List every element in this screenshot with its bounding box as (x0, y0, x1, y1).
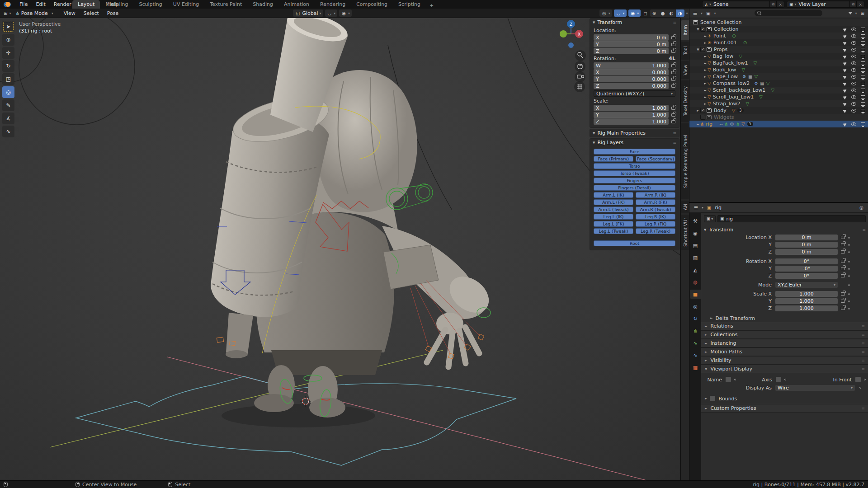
eye-icon[interactable] (851, 109, 856, 113)
rotation-x-field[interactable]: 0° (775, 258, 838, 264)
selectable-icon[interactable] (843, 74, 847, 79)
tab-texture[interactable]: ▩ (690, 363, 701, 372)
menu-select[interactable]: Select (80, 9, 103, 18)
render-visibility-icon[interactable] (861, 34, 865, 38)
lock-icon[interactable] (671, 113, 675, 117)
object-name-field[interactable]: ▣ rig (717, 215, 866, 222)
expand-icon[interactable]: ► (703, 55, 708, 58)
row-rig[interactable]: ► ⋔ rig ↝ ⋔ ⚙ ⋔ ▽ 5 (689, 121, 868, 127)
expand-icon[interactable]: ► (703, 41, 708, 45)
tab-bone[interactable]: ∿ (690, 338, 701, 347)
selectable-icon[interactable] (843, 122, 847, 127)
eye-icon[interactable] (851, 89, 856, 92)
tool-annotate[interactable]: ✎ (2, 99, 14, 111)
display-mode-icon[interactable]: ▣ (705, 11, 711, 16)
eye-icon[interactable] (851, 75, 856, 79)
row-widgets[interactable]: ✓ Widgets (689, 114, 868, 121)
eye-icon[interactable] (851, 122, 856, 126)
tab-tool[interactable]: Tool (681, 42, 689, 60)
animate-dot[interactable] (848, 268, 850, 270)
row-scroll-bag-low1[interactable]: ► ▽ Scroll_bag_Low1 ▽ (689, 94, 868, 100)
section-visibility[interactable]: ►Visibility≡ (701, 356, 868, 365)
expand-icon[interactable]: ► (703, 82, 708, 85)
expand-icon[interactable]: ► (703, 95, 708, 99)
tab-scene[interactable]: ◭ (690, 265, 701, 274)
lock-icon[interactable] (841, 236, 845, 239)
section-collections[interactable]: ►Collections≡ (701, 330, 868, 339)
selectable-icon[interactable] (843, 94, 847, 99)
collection-checkbox[interactable]: ✓ (700, 47, 705, 52)
render-visibility-icon[interactable] (861, 75, 865, 79)
delete-scene-button[interactable]: × (776, 1, 784, 7)
animate-dot[interactable] (848, 284, 850, 286)
section-instancing[interactable]: ►Instancing≡ (701, 339, 868, 347)
rig-layer-fingers-detail[interactable]: Fingers (Detail) (594, 185, 675, 191)
tool-scale[interactable]: ◳ (2, 73, 14, 85)
tab-output[interactable]: ▤ (690, 241, 701, 250)
transform-orientation-dropdown[interactable]: ◱ Global ▾ (293, 9, 323, 17)
menu-render[interactable]: Render (50, 0, 75, 9)
expand-icon[interactable]: ► (703, 102, 708, 106)
pin-icon[interactable]: ◎ (859, 205, 864, 210)
tab-bone-constraint[interactable]: ∿ (690, 351, 701, 360)
scale-x-field[interactable]: 1.000 (775, 291, 838, 297)
delete-view-layer-button[interactable]: × (856, 1, 864, 7)
rig-layer-root[interactable]: Root (594, 240, 675, 246)
display-as-dropdown[interactable]: Wire▾ (775, 385, 855, 391)
tab-an[interactable]: AN (681, 201, 689, 213)
menu-pose[interactable]: Pose (103, 9, 123, 18)
bounds-checkbox[interactable] (710, 396, 715, 401)
row-body[interactable]: ► ✓ Body ▽ 3 (689, 107, 868, 114)
selectable-icon[interactable] (843, 33, 847, 38)
render-visibility-icon[interactable] (861, 89, 865, 92)
section-viewport-display[interactable]: ▼Viewport Display≡ (701, 365, 868, 373)
scale-z-field[interactable]: Z1.000 (594, 118, 669, 125)
rig-layer-face-secondary[interactable]: Face (Secondary) (636, 156, 675, 162)
collection-checkbox[interactable]: ✓ (700, 27, 705, 32)
animate-dot[interactable] (734, 379, 736, 380)
animate-dot[interactable] (848, 300, 850, 302)
viewport-3d[interactable]: Z X User Perspective (31) rig : root ➤ ⊕… (0, 18, 680, 480)
animate-dot[interactable] (859, 387, 861, 389)
lock-icon[interactable] (671, 36, 675, 39)
tool-cursor[interactable]: ⊕ (2, 34, 14, 46)
new-collection-icon[interactable]: ⊞ (860, 11, 865, 16)
expand-icon[interactable]: ► (703, 34, 708, 38)
lock-icon[interactable] (671, 43, 675, 46)
menu-view[interactable]: View (60, 9, 80, 18)
tool-select-box[interactable]: ➤ (2, 21, 14, 33)
transform-panel-header[interactable]: ▼Transform≡ (704, 226, 866, 234)
row-cape-low[interactable]: ► ▽ Cape_Low ⚙ ▦ ▽ (689, 73, 868, 80)
animate-dot[interactable] (848, 261, 850, 263)
new-view-layer-button[interactable]: ⧉ (849, 1, 856, 7)
tool-transform[interactable]: ◎ (2, 86, 14, 98)
transform-panel-header[interactable]: ▼Transform≡ (590, 19, 679, 26)
selectable-icon[interactable] (843, 27, 847, 32)
tab-texel-density[interactable]: Texel Density (681, 80, 689, 122)
render-visibility-icon[interactable] (861, 61, 865, 65)
rotation-z-field[interactable]: 0° (775, 273, 838, 279)
scale-y-field[interactable]: Y1.000 (594, 112, 669, 118)
blender-logo-icon[interactable] (4, 2, 11, 7)
menu-file[interactable]: File (15, 0, 32, 9)
editor-type-icon[interactable]: ⊞ (3, 11, 8, 16)
selectable-icon[interactable] (843, 61, 847, 66)
collection-checkbox[interactable]: ✓ (700, 108, 705, 113)
navigation-gizmo[interactable]: Z X (560, 20, 583, 48)
lock-icon[interactable] (841, 274, 845, 277)
expand-icon[interactable]: ▼ (696, 48, 700, 52)
rig-layer-face-primary[interactable]: Face (Primary) (594, 156, 633, 162)
new-scene-button[interactable]: ⧉ (769, 1, 776, 7)
lock-icon[interactable] (671, 50, 675, 53)
scale-y-field[interactable]: 1.000 (775, 298, 838, 304)
rig-layer-arm-l-fk[interactable]: Arm.L (FK) (594, 199, 633, 205)
rig-layer-leg-l-fk[interactable]: Leg.L (FK) (594, 221, 633, 227)
location-y-field[interactable]: 0 m (775, 242, 838, 248)
tab-layout[interactable]: Layout (72, 0, 100, 9)
row-bag-low[interactable]: ► ▽ Bag_low ▽ (689, 53, 868, 60)
rig-layer-torso[interactable]: Torso (594, 163, 675, 169)
expand-icon[interactable]: ► (696, 122, 700, 126)
location-z-field[interactable]: Z0 m (594, 48, 669, 54)
lock-icon[interactable] (841, 260, 845, 263)
name-checkbox[interactable] (726, 377, 731, 382)
